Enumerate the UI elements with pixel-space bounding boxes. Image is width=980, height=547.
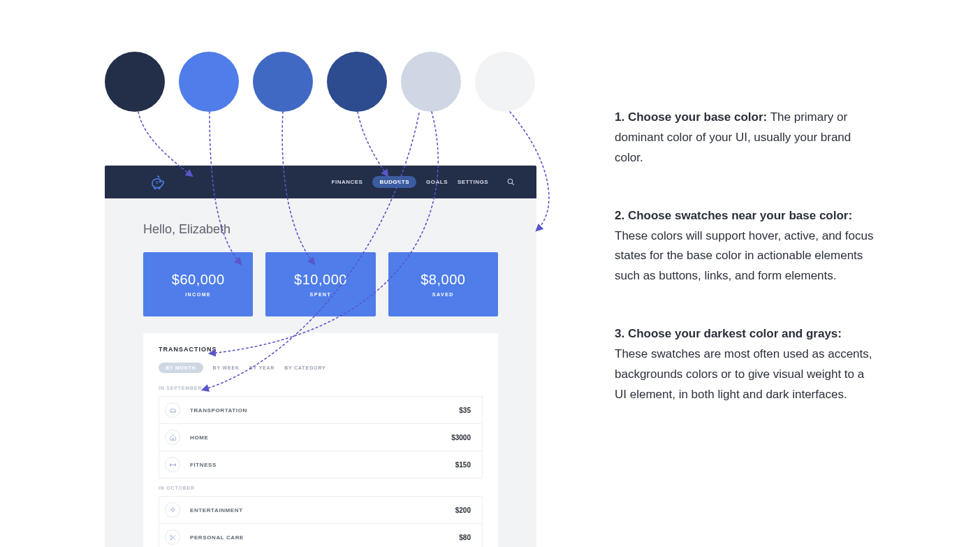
swatch-row xyxy=(105,52,535,112)
card-label: SAVED xyxy=(432,292,454,297)
step-title: 1. Choose your base color: xyxy=(615,110,767,124)
swatch-shade-1 xyxy=(253,52,313,112)
app-content: Hello, Elizabeth $60,000 INCOME $10,000 … xyxy=(105,198,536,547)
search-icon[interactable] xyxy=(506,177,515,187)
svg-rect-7 xyxy=(175,464,175,466)
sparkle-icon xyxy=(165,502,180,518)
group-label: IN SEPTEMBER xyxy=(159,386,483,391)
home-icon xyxy=(165,430,180,445)
nav-goals[interactable]: GOALS xyxy=(426,179,448,185)
filter-by-category[interactable]: BY CATEGORY xyxy=(284,365,326,370)
filter-by-month[interactable]: BY MONTH xyxy=(159,363,203,373)
swatch-lightest xyxy=(475,52,535,112)
svg-rect-6 xyxy=(170,464,170,466)
card-saved[interactable]: $8,000 SAVED xyxy=(388,252,498,316)
car-icon xyxy=(165,402,180,418)
txn-name: PERSONAL CARE xyxy=(190,534,459,541)
step-3: 3. Choose your darkest color and grays: … xyxy=(615,324,877,405)
filter-by-week[interactable]: BY WEEK xyxy=(213,365,240,370)
txn-name: TRANSPORTATION xyxy=(190,407,459,414)
txn-amount: $200 xyxy=(455,506,471,514)
transactions-panel: TRANSACTIONS BY MONTH BY WEEK BY YEAR BY… xyxy=(143,333,498,547)
filter-by-year[interactable]: BY YEAR xyxy=(249,365,275,370)
step-2: 2. Choose swatches near your base color:… xyxy=(615,206,877,287)
card-income[interactable]: $60,000 INCOME xyxy=(143,252,253,316)
nav-finances[interactable]: FINANCES xyxy=(332,179,363,185)
swatch-gray xyxy=(401,52,461,112)
svg-point-10 xyxy=(170,538,171,539)
group-label: IN OCTOBER xyxy=(159,486,483,490)
panel-title: TRANSACTIONS xyxy=(159,346,483,353)
card-spent[interactable]: $10,000 SPENT xyxy=(265,252,375,316)
card-amount: $8,000 xyxy=(420,272,465,288)
swatch-primary xyxy=(179,52,239,112)
steps-column: 1. Choose your base color: The primary o… xyxy=(615,108,877,443)
nav-settings[interactable]: SETTINGS xyxy=(458,179,488,185)
card-label: INCOME xyxy=(185,292,211,297)
txn-name: HOME xyxy=(190,435,451,441)
txn-amount: $3000 xyxy=(451,434,471,442)
table-row[interactable]: HOME $3000 xyxy=(159,424,483,451)
step-body: These swatches are most often used as ac… xyxy=(615,347,872,401)
txn-name: ENTERTAINMENT xyxy=(190,507,455,513)
summary-cards: $60,000 INCOME $10,000 SPENT $8,000 SAVE… xyxy=(143,252,498,316)
main-nav: FINANCES BUDGETS GOALS SETTINGS xyxy=(332,176,515,188)
table-row[interactable]: TRANSPORTATION $35 xyxy=(159,396,483,424)
table-row[interactable]: PERSONAL CARE $80 xyxy=(159,524,483,547)
fitness-icon xyxy=(165,457,180,472)
txn-amount: $35 xyxy=(459,407,471,414)
table-row[interactable]: FITNESS $150 xyxy=(159,451,483,479)
step-title: 2. Choose swatches near your base color: xyxy=(615,209,852,222)
txn-amount: $80 xyxy=(459,534,471,541)
step-title: 3. Choose your darkest color and grays: xyxy=(615,327,842,340)
card-amount: $10,000 xyxy=(294,272,347,288)
svg-point-2 xyxy=(508,179,513,184)
svg-line-3 xyxy=(512,183,514,185)
swatch-darkest xyxy=(105,52,165,112)
table-row[interactable]: ENTERTAINMENT $200 xyxy=(159,496,483,524)
app-mock: $ FINANCES BUDGETS GOALS SETTINGS Hello,… xyxy=(105,166,536,547)
card-label: SPENT xyxy=(310,292,332,297)
txn-name: FITNESS xyxy=(190,462,455,468)
svg-point-0 xyxy=(159,181,160,182)
transaction-filters: BY MONTH BY WEEK BY YEAR BY CATEGORY xyxy=(159,363,483,373)
transaction-list: ENTERTAINMENT $200 PERSONAL CARE $80 TRA… xyxy=(159,496,483,547)
topbar: $ FINANCES BUDGETS GOALS SETTINGS xyxy=(105,166,536,198)
txn-amount: $150 xyxy=(455,461,471,469)
svg-point-9 xyxy=(170,535,171,537)
scissors-icon xyxy=(165,530,180,545)
swatch-shade-2 xyxy=(327,52,387,112)
step-body: These colors will support hover, active,… xyxy=(615,229,873,283)
nav-budgets[interactable]: BUDGETS xyxy=(372,176,416,188)
card-amount: $60,000 xyxy=(172,272,225,288)
step-1: 1. Choose your base color: The primary o… xyxy=(615,108,877,168)
greeting: Hello, Elizabeth xyxy=(143,222,498,237)
svg-text:$: $ xyxy=(156,180,159,184)
piggy-bank-icon: $ xyxy=(149,174,166,191)
transaction-list: TRANSPORTATION $35 HOME $3000 FITNESS $1… xyxy=(159,396,483,479)
